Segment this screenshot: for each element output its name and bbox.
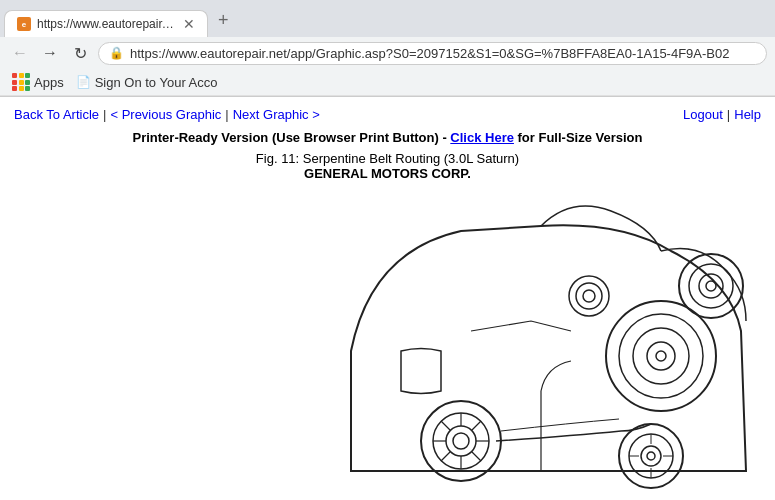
svg-point-15: [453, 433, 469, 449]
svg-point-6: [689, 264, 733, 308]
svg-point-8: [706, 281, 716, 291]
diagram-area: [14, 191, 761, 491]
tab-close-button[interactable]: ✕: [183, 17, 195, 31]
apps-grid-icon: [12, 73, 30, 91]
svg-line-21: [472, 452, 481, 461]
tab-title: https://www.eautorepair.net/app...: [37, 17, 177, 31]
sign-on-label: Sign On to Your Acco: [95, 75, 218, 90]
svg-point-3: [647, 342, 675, 370]
tab-bar: e https://www.eautorepair.net/app... ✕ +: [0, 0, 775, 37]
print-text-before: Printer-Ready Version (Use Browser Print…: [132, 130, 450, 145]
svg-point-14: [446, 426, 476, 456]
address-bar-row: ← → ↻ 🔒 https://www.eautorepair.net/app/…: [0, 37, 775, 69]
refresh-icon: ↻: [74, 44, 87, 63]
next-graphic-link[interactable]: Next Graphic >: [233, 107, 320, 122]
svg-point-9: [569, 276, 609, 316]
svg-point-1: [619, 314, 703, 398]
tab-favicon: e: [17, 17, 31, 31]
svg-point-11: [583, 290, 595, 302]
back-button[interactable]: ←: [8, 41, 32, 65]
back-icon: ←: [12, 44, 28, 62]
svg-point-0: [606, 301, 716, 411]
svg-point-27: [647, 452, 655, 460]
help-link[interactable]: Help: [734, 107, 761, 122]
active-tab[interactable]: e https://www.eautorepair.net/app... ✕: [4, 10, 208, 37]
separator-2: |: [225, 107, 228, 122]
page-navigation: Back To Article | < Previous Graphic | N…: [14, 107, 761, 122]
sign-on-bookmark[interactable]: 📄 Sign On to Your Acco: [76, 75, 218, 90]
page-nav-right: Logout | Help: [683, 107, 761, 122]
back-to-article-link[interactable]: Back To Article: [14, 107, 99, 122]
svg-line-20: [441, 421, 450, 430]
serpentine-belt-diagram: [341, 191, 761, 491]
svg-line-23: [441, 452, 450, 461]
address-bar[interactable]: 🔒 https://www.eautorepair.net/app/Graphi…: [98, 42, 767, 65]
apps-label: Apps: [34, 75, 64, 90]
page-icon: 📄: [76, 75, 91, 89]
print-text-after: for Full-Size Version: [514, 130, 643, 145]
corp-name: GENERAL MOTORS CORP.: [14, 166, 761, 181]
page-nav-left: Back To Article | < Previous Graphic | N…: [14, 107, 320, 122]
new-tab-button[interactable]: +: [208, 4, 239, 37]
apps-bookmark[interactable]: Apps: [12, 73, 64, 91]
previous-graphic-link[interactable]: < Previous Graphic: [110, 107, 221, 122]
click-here-link[interactable]: Click Here: [450, 130, 514, 145]
logout-link[interactable]: Logout: [683, 107, 723, 122]
forward-button[interactable]: →: [38, 41, 62, 65]
separator-3: |: [727, 107, 730, 122]
page-content: Back To Article | < Previous Graphic | N…: [0, 97, 775, 500]
svg-point-2: [633, 328, 689, 384]
forward-icon: →: [42, 44, 58, 62]
refresh-button[interactable]: ↻: [68, 41, 92, 65]
separator-1: |: [103, 107, 106, 122]
figure-title: Fig. 11: Serpentine Belt Routing (3.0L S…: [14, 151, 761, 166]
url-text: https://www.eautorepair.net/app/Graphic.…: [130, 46, 756, 61]
lock-icon: 🔒: [109, 46, 124, 60]
svg-point-10: [576, 283, 602, 309]
browser-chrome: e https://www.eautorepair.net/app... ✕ +…: [0, 0, 775, 97]
bookmarks-bar: Apps 📄 Sign On to Your Acco: [0, 69, 775, 96]
svg-point-4: [656, 351, 666, 361]
svg-point-26: [641, 446, 661, 466]
print-info: Printer-Ready Version (Use Browser Print…: [14, 130, 761, 145]
svg-line-22: [472, 421, 481, 430]
